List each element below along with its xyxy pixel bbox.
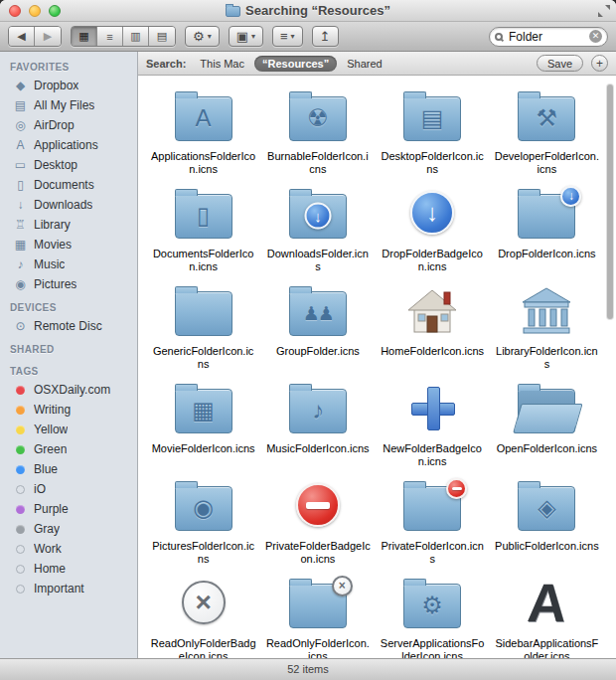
sidebar-item-pictures[interactable]: ◉Pictures <box>0 274 137 294</box>
drop-folder-icon: ↓ <box>515 181 578 245</box>
chevron-down-icon: ▾ <box>251 32 255 41</box>
file-item[interactable]: ▤DesktopFolderIcon.icns <box>376 84 490 181</box>
sidebar-item-writing[interactable]: Writing <box>0 400 137 420</box>
file-item[interactable]: ▦MovieFolderIcon.icns <box>146 376 260 473</box>
file-item[interactable]: ▯DocumentsFolderIcon.icns <box>146 181 260 278</box>
read-only-badge: × <box>332 576 353 596</box>
scope-this-mac[interactable]: This Mac <box>192 56 252 72</box>
sidebar-item-desktop[interactable]: ▭Desktop <box>0 155 137 175</box>
file-item[interactable]: ×ReadOnlyFolderBadgeIcon.icns <box>146 571 260 658</box>
arrange-menu-button[interactable]: ▣ ▾ <box>229 26 263 47</box>
sidebar-item-home[interactable]: Home <box>0 559 137 579</box>
file-item[interactable]: ◉PicturesFolderIcon.icns <box>146 473 260 571</box>
file-item[interactable]: GenericFolderIcon.icns <box>146 278 260 376</box>
sidebar-item-green[interactable]: Green <box>0 439 137 459</box>
file-item[interactable]: HomeFolderIcon.icns <box>376 278 490 376</box>
sidebar-item-osxdaily-com[interactable]: OSXDaily.com <box>0 380 137 400</box>
file-item[interactable]: ↓DropFolderBadgeIcon.icns <box>376 181 490 278</box>
sidebar-item-io[interactable]: iO <box>0 479 137 499</box>
airdrop-icon: ◎ <box>13 118 28 132</box>
list-view-button[interactable]: ≡ <box>97 27 123 46</box>
tag-color-dot <box>16 505 25 514</box>
vertical-scrollbar-thumb[interactable] <box>606 84 614 320</box>
sidebar-item-label: Home <box>34 562 66 576</box>
clear-search-icon[interactable]: ✕ <box>589 30 602 43</box>
file-item[interactable]: ↓DownloadsFolder.icns <box>260 181 375 278</box>
sidebar-item-yellow[interactable]: Yellow <box>0 420 137 439</box>
folder-shape: ▯ <box>175 194 232 239</box>
file-name: NewFolderBadgeIcon.icns <box>380 442 485 468</box>
back-button[interactable]: ◀ <box>9 27 35 46</box>
dropbox-icon: ◆ <box>13 79 28 92</box>
sidebar-item-work[interactable]: Work <box>0 539 137 559</box>
sidebar-item-label: Important <box>34 582 84 595</box>
item-count: 52 items <box>287 663 329 675</box>
file-item[interactable]: PrivateFolderBadgeIcon.icns <box>260 473 375 571</box>
view-options-menu-button[interactable]: ≡ ▾ <box>272 26 303 47</box>
file-item[interactable]: ⚒DeveloperFolderIcon.icns <box>490 84 604 181</box>
forward-button[interactable]: ▶ <box>35 27 61 46</box>
sidebar-section-tags: TAGS <box>0 358 137 380</box>
search-field[interactable]: ✕ <box>489 27 608 47</box>
sidebar-item-library[interactable]: ♖Library <box>0 215 137 235</box>
file-item[interactable]: ♟♟GroupFolder.icns <box>260 278 375 376</box>
window-title: Searching “Resources” <box>245 3 390 18</box>
minimize-button[interactable] <box>29 5 41 17</box>
folder-shape: ♟♟ <box>289 291 347 336</box>
save-search-button[interactable]: Save <box>537 55 583 72</box>
sidebar-item-movies[interactable]: ▦Movies <box>0 235 137 255</box>
pictures-folder-icon: ◉ <box>172 473 235 537</box>
fullscreen-button[interactable] <box>597 4 611 18</box>
file-item[interactable]: PrivateFolderIcon.icns <box>376 473 490 571</box>
file-item[interactable]: ASidebarApplicationsFolder.icns <box>490 571 604 658</box>
sidebar-item-important[interactable]: Important <box>0 579 137 598</box>
share-button[interactable]: ↥ <box>312 26 339 47</box>
folder-badge-glyph: ▯ <box>176 195 231 238</box>
file-item[interactable]: ☢BurnableFolderIcon.icns <box>260 84 375 181</box>
sidebar-item-label: Pictures <box>34 277 77 291</box>
sidebar-item-applications[interactable]: AApplications <box>0 135 137 155</box>
sidebar-item-gray[interactable]: Gray <box>0 519 137 539</box>
search-input[interactable] <box>507 29 585 45</box>
close-button[interactable] <box>9 5 21 17</box>
icon-view-button[interactable]: ▦ <box>72 27 97 46</box>
music-icon: ♪ <box>13 257 28 271</box>
sidebar-item-airdrop[interactable]: ◎AirDrop <box>0 115 137 135</box>
sidebar-item-label: Applications <box>34 138 98 152</box>
scope-resources[interactable]: “Resources” <box>254 56 337 72</box>
sidebar-item-label: Yellow <box>34 423 68 436</box>
library-folder-icon <box>515 278 578 342</box>
sidebar-item-music[interactable]: ♪Music <box>0 255 137 274</box>
file-name: DropFolderIcon.icns <box>498 248 595 260</box>
tag-color-dot <box>16 485 25 494</box>
sidebar-item-remote-disc[interactable]: ⊙Remote Disc <box>0 316 137 336</box>
documents-icon: ▯ <box>13 178 28 192</box>
sidebar-item-blue[interactable]: Blue <box>0 459 137 479</box>
sidebar-item-purple[interactable]: Purple <box>0 499 137 519</box>
file-item[interactable]: ×ReadOnlyFolderIcon.icns <box>260 571 375 658</box>
file-name: PicturesFolderIcon.icns <box>151 540 256 566</box>
zoom-button[interactable] <box>49 5 61 17</box>
action-menu-button[interactable]: ⚙ ▾ <box>185 26 220 47</box>
column-view-button[interactable]: ▥ <box>123 27 149 46</box>
file-item[interactable]: ◈PublicFolderIcon.icns <box>490 473 604 571</box>
open-folder-icon <box>515 376 578 439</box>
scope-shared[interactable]: Shared <box>339 56 389 72</box>
file-item[interactable]: ↓DropFolderIcon.icns <box>490 181 604 278</box>
finder-window: Searching “Resources” ◀ ▶ ▦ ≡ ▥ ▤ ⚙ ▾ ▣ … <box>0 0 616 680</box>
sidebar-item-documents[interactable]: ▯Documents <box>0 175 137 195</box>
file-item[interactable]: NewFolderBadgeIcon.icns <box>376 376 490 473</box>
file-item[interactable]: OpenFolderIcon.icns <box>490 376 604 473</box>
sidebar-item-downloads[interactable]: ↓Downloads <box>0 195 137 215</box>
coverflow-view-button[interactable]: ▤ <box>149 27 175 46</box>
sidebar-item-dropbox[interactable]: ◆Dropbox <box>0 76 137 95</box>
folder-badge-glyph: ⚒ <box>519 97 574 140</box>
sidebar-item-all-my-files[interactable]: ▤All My Files <box>0 95 137 115</box>
title-bar[interactable]: Searching “Resources” <box>0 0 616 22</box>
file-item[interactable]: ♪MusicFolderIcon.icns <box>260 376 375 473</box>
file-item[interactable]: AApplicationsFolderIcon.icns <box>146 84 260 181</box>
add-scope-button[interactable]: + <box>591 55 608 72</box>
file-item[interactable]: ⚙ServerApplicationsFolderIcon.icns <box>376 571 490 658</box>
file-item[interactable]: LibraryFolderIcon.icns <box>490 278 604 376</box>
file-name: GenericFolderIcon.icns <box>151 345 256 371</box>
